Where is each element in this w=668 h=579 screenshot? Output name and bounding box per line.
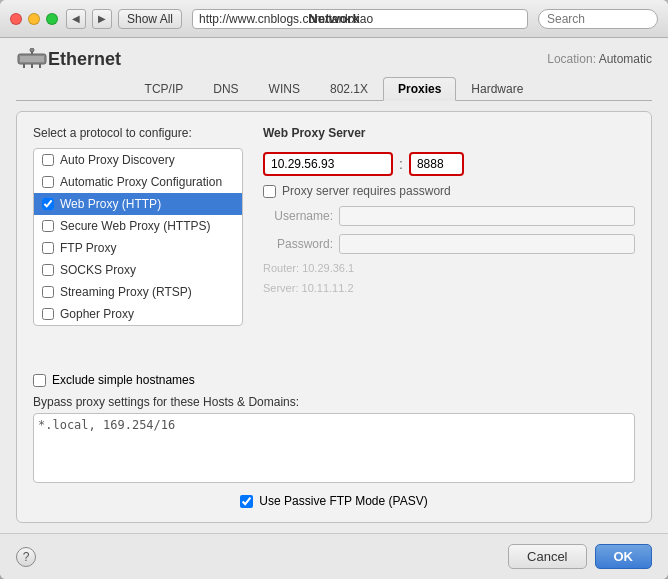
password-label: Password: — [263, 237, 333, 251]
tab-proxies[interactable]: Proxies — [383, 77, 456, 101]
proxies-panel: Select a protocol to configure: Auto Pro… — [16, 111, 652, 523]
titlebar: ◀ ▶ Show All Network — [0, 0, 668, 38]
password-input[interactable] — [339, 234, 635, 254]
bypass-section: Bypass proxy settings for these Hosts & … — [33, 395, 635, 486]
passive-ftp-row: Use Passive FTP Mode (PASV) — [33, 494, 635, 508]
username-label: Username: — [263, 209, 333, 223]
back-button[interactable]: ◀ — [66, 9, 86, 29]
exclude-hostnames-label: Exclude simple hostnames — [52, 373, 195, 387]
ftp-proxy-checkbox[interactable] — [42, 242, 54, 254]
config-section: Web Proxy Server : Proxy server requires… — [263, 126, 635, 367]
content-area: Ethernet Location: Automatic TCP/IP DNS … — [0, 38, 668, 533]
protocol-list: Auto Proxy Discovery Automatic Proxy Con… — [33, 148, 243, 326]
dimmed-router: Router: 10.29.36.1 — [263, 262, 635, 274]
auto-config-checkbox[interactable] — [42, 176, 54, 188]
protocol-auto-proxy[interactable]: Auto Proxy Discovery — [34, 149, 242, 171]
ftp-proxy-label: FTP Proxy — [60, 241, 116, 255]
bypass-textarea[interactable]: *.local, 169.254/16 — [33, 413, 635, 483]
port-colon: : — [399, 156, 403, 172]
close-button[interactable] — [10, 13, 22, 25]
nav-controls: ◀ ▶ Show All — [66, 9, 182, 29]
protocol-secure-web-proxy[interactable]: Secure Web Proxy (HTTPS) — [34, 215, 242, 237]
tab-hardware[interactable]: Hardware — [456, 77, 538, 101]
passive-ftp-label: Use Passive FTP Mode (PASV) — [259, 494, 427, 508]
web-proxy-label: Web Proxy (HTTP) — [60, 197, 161, 211]
svg-point-3 — [30, 48, 34, 52]
dimmed-server: Server: 10.11.11.2 — [263, 282, 635, 294]
auto-proxy-label: Auto Proxy Discovery — [60, 153, 175, 167]
ethernet-icon — [16, 48, 48, 70]
network-window: ◀ ▶ Show All Network Ethernet — [0, 0, 668, 579]
bottom-bar: ? Cancel OK — [0, 533, 668, 579]
ethernet-header: Ethernet Location: Automatic — [16, 48, 652, 70]
maximize-button[interactable] — [46, 13, 58, 25]
protocol-auto-config[interactable]: Automatic Proxy Configuration — [34, 171, 242, 193]
socks-proxy-checkbox[interactable] — [42, 264, 54, 276]
passive-ftp-checkbox[interactable] — [240, 495, 253, 508]
requires-password-label: Proxy server requires password — [282, 184, 451, 198]
protocol-section-label: Select a protocol to configure: — [33, 126, 243, 140]
secure-web-proxy-checkbox[interactable] — [42, 220, 54, 232]
exclude-row: Exclude simple hostnames — [33, 373, 635, 387]
requires-password-row: Proxy server requires password — [263, 184, 635, 198]
location-label: Location: Automatic — [547, 52, 652, 66]
tab-wins[interactable]: WINS — [254, 77, 315, 101]
forward-button[interactable]: ▶ — [92, 9, 112, 29]
config-title: Web Proxy Server — [263, 126, 635, 140]
gopher-proxy-label: Gopher Proxy — [60, 307, 134, 321]
password-row: Password: — [263, 234, 635, 254]
username-row: Username: — [263, 206, 635, 226]
panel-inner: Select a protocol to configure: Auto Pro… — [33, 126, 635, 367]
tab-dns[interactable]: DNS — [198, 77, 253, 101]
secure-web-proxy-label: Secure Web Proxy (HTTPS) — [60, 219, 210, 233]
requires-password-checkbox[interactable] — [263, 185, 276, 198]
search-bar[interactable] — [538, 9, 658, 29]
protocol-gopher-proxy[interactable]: Gopher Proxy — [34, 303, 242, 325]
protocol-web-proxy[interactable]: Web Proxy (HTTP) — [34, 193, 242, 215]
minimize-button[interactable] — [28, 13, 40, 25]
socks-proxy-label: SOCKS Proxy — [60, 263, 136, 277]
streaming-proxy-checkbox[interactable] — [42, 286, 54, 298]
help-button[interactable]: ? — [16, 547, 36, 567]
tabs-bar: TCP/IP DNS WINS 802.1X Proxies Hardware — [16, 76, 652, 101]
proxy-server-input[interactable] — [263, 152, 393, 176]
protocol-socks-proxy[interactable]: SOCKS Proxy — [34, 259, 242, 281]
streaming-proxy-label: Streaming Proxy (RTSP) — [60, 285, 192, 299]
proxy-port-input[interactable] — [409, 152, 464, 176]
bypass-label: Bypass proxy settings for these Hosts & … — [33, 395, 635, 409]
protocol-streaming-proxy[interactable]: Streaming Proxy (RTSP) — [34, 281, 242, 303]
cancel-button[interactable]: Cancel — [508, 544, 586, 569]
protocol-section: Select a protocol to configure: Auto Pro… — [33, 126, 243, 367]
protocol-ftp-proxy[interactable]: FTP Proxy — [34, 237, 242, 259]
ethernet-label: Ethernet — [48, 49, 121, 70]
show-all-button[interactable]: Show All — [118, 9, 182, 29]
username-input[interactable] — [339, 206, 635, 226]
web-proxy-checkbox[interactable] — [42, 198, 54, 210]
proxy-server-row: : — [263, 152, 635, 176]
window-title: Network — [308, 11, 359, 26]
exclude-hostnames-checkbox[interactable] — [33, 374, 46, 387]
tab-tcpip[interactable]: TCP/IP — [130, 77, 199, 101]
svg-rect-1 — [20, 56, 44, 62]
traffic-lights — [10, 13, 58, 25]
auto-config-label: Automatic Proxy Configuration — [60, 175, 222, 189]
tab-8021x[interactable]: 802.1X — [315, 77, 383, 101]
gopher-proxy-checkbox[interactable] — [42, 308, 54, 320]
auto-proxy-checkbox[interactable] — [42, 154, 54, 166]
ok-button[interactable]: OK — [595, 544, 653, 569]
url-bar[interactable] — [192, 9, 528, 29]
